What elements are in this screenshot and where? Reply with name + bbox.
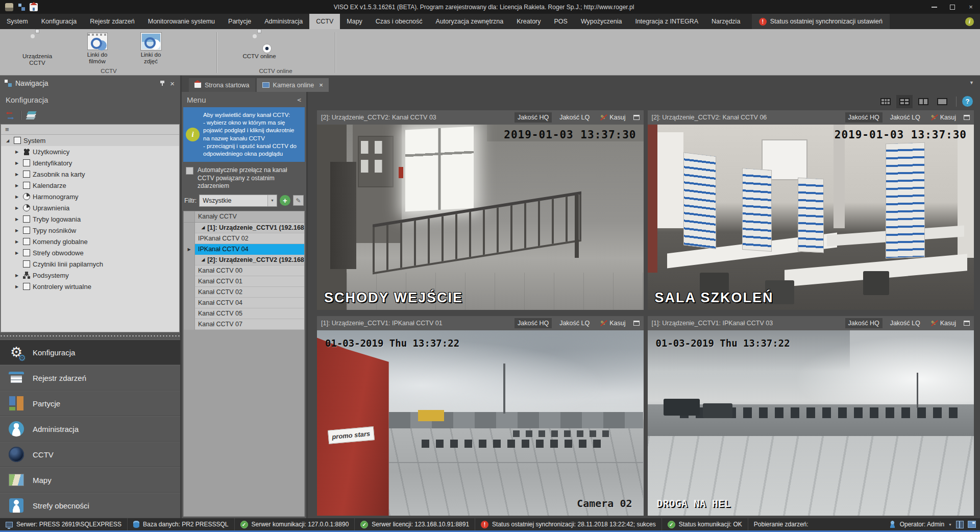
sync-status-notification[interactable]: ! Status ostatniej synchronizacji ustawi…: [752, 14, 890, 29]
collapse-icon[interactable]: ◢: [4, 138, 11, 143]
tab-strona-startowa[interactable]: Strona startowa: [189, 78, 255, 92]
kasuj-button[interactable]: ✎ Kasuj: [928, 318, 959, 328]
sidebar-item-strefy-obecnosci[interactable]: Strefy obecności: [0, 493, 180, 518]
sidebar-item-mapy[interactable]: Mapy: [0, 467, 180, 493]
menu-item-partycje[interactable]: Partycje: [222, 14, 258, 29]
close-panel-icon[interactable]: ×: [169, 80, 176, 87]
expand-icon[interactable]: ▶: [13, 228, 20, 233]
menu-item-wypozyczenia[interactable]: Wypożyczenia: [574, 14, 628, 29]
close-button[interactable]: ×: [962, 0, 980, 14]
quality-lq-button[interactable]: Jakość LQ: [556, 112, 593, 123]
close-tab-icon[interactable]: ×: [319, 81, 323, 89]
tree-item-typy-nosnikow[interactable]: ▶ Typy nośników: [1, 225, 179, 236]
expand-icon[interactable]: ▶: [13, 183, 20, 188]
menu-item-czas[interactable]: Czas i obecność: [369, 14, 429, 29]
expand-icon[interactable]: ▶: [13, 284, 20, 289]
tree-item-kalendarze[interactable]: ▶ Kalendarze: [1, 180, 179, 191]
panel-toggle-icon[interactable]: [956, 521, 964, 528]
monitor-toggle-icon[interactable]: [968, 521, 976, 528]
quality-lq-button[interactable]: Jakość LQ: [556, 318, 593, 328]
sidebar-item-partycje[interactable]: Partycje: [0, 391, 180, 416]
channel-row[interactable]: Kanał CCTV 02: [184, 287, 304, 298]
tree-item-tryby-logowania[interactable]: ▶ Tryby logowania: [1, 213, 179, 225]
camera-video-feed[interactable]: 01-03-2019 Thu 13:37:22 DROGA NA HEL: [648, 330, 974, 516]
home-icon[interactable]: [30, 3, 38, 11]
menu-item-integracja[interactable]: Integracja z INTEGRA: [628, 14, 705, 29]
tree-item-czytniki[interactable]: Czytniki linii papilarnych: [1, 258, 179, 270]
hierarchy-icon[interactable]: [17, 3, 26, 11]
channel-row[interactable]: Kanał CCTV 04: [184, 298, 304, 308]
tree-item-komendy-globalne[interactable]: ▶ Komendy globalne: [1, 236, 179, 247]
tree-grip-row[interactable]: ≡: [1, 125, 179, 135]
camera-video-feed[interactable]: 2019-01-03 13:37:30 SCHODY WEJŚCIE: [317, 125, 644, 310]
expand-icon[interactable]: ▶: [13, 150, 20, 154]
tree-item-strefy-obwodowe[interactable]: ▶ Strefy obwodowe: [1, 247, 179, 258]
urzadzenia-cctv-button[interactable]: Urządzenia CCTV: [4, 31, 70, 66]
camera-video-feed[interactable]: promo stars 01-03-2019 Thu 13:37:22 Came…: [317, 330, 644, 516]
menu-item-autoryzacja[interactable]: Autoryzacja zewnętrzna: [429, 14, 510, 29]
sidebar-item-rejestr-zdarzen[interactable]: Rejestr zdarzeń: [0, 365, 180, 391]
kasuj-button[interactable]: ✎ Kasuj: [928, 112, 959, 123]
tree-item-harmonogramy[interactable]: ▶ Harmonogramy: [1, 191, 179, 202]
viewer-help-button[interactable]: ?: [962, 96, 973, 107]
group-expanded-icon[interactable]: ◢: [202, 257, 205, 262]
sidebar-item-cctv[interactable]: CCTV: [0, 442, 180, 467]
expand-icon[interactable]: ▶: [13, 273, 20, 278]
channel-row-selected[interactable]: ▶ IPKanał CCTV 04: [184, 244, 304, 255]
layout-two-button[interactable]: [915, 95, 932, 108]
expand-icon[interactable]: ▶: [13, 161, 20, 165]
layout-single-button[interactable]: [934, 95, 950, 108]
expand-icon[interactable]: ▶: [13, 206, 20, 210]
kasuj-button[interactable]: ✎ Kasuj: [597, 112, 628, 123]
menu-item-rejestr-zdarzen[interactable]: Rejestr zdarzeń: [83, 14, 141, 29]
kasuj-button[interactable]: ✎ Kasuj: [597, 318, 628, 328]
panel-splitter[interactable]: [0, 332, 180, 340]
tab-list-caret-icon[interactable]: ▼: [969, 80, 974, 85]
layers-icon[interactable]: [28, 111, 37, 119]
menu-item-administracja[interactable]: Administracja: [258, 14, 309, 29]
channel-group-row[interactable]: ◢[1]: Urządzenie_CCTV1 (192.168.10.: [184, 223, 304, 233]
expand-icon[interactable]: ▶: [13, 217, 20, 222]
quality-hq-button[interactable]: Jakość HQ: [845, 318, 883, 328]
operator-label[interactable]: Operator: Admin: [900, 521, 944, 528]
layout-multi-button[interactable]: [877, 95, 894, 108]
channel-row[interactable]: IPKanał CCTV 02: [184, 233, 304, 244]
tree-item-uprawnienia[interactable]: ▶ Uprawnienia: [1, 202, 179, 213]
expand-icon[interactable]: ▶: [13, 239, 20, 244]
maximize-view-icon[interactable]: [633, 115, 640, 120]
menu-item-system[interactable]: System: [0, 14, 35, 29]
refresh-icon[interactable]: [6, 111, 15, 119]
linki-do-zdjec-button[interactable]: Linki do zdjęć: [124, 31, 178, 65]
tree-item-podsystemy[interactable]: ▶ Podsystemy: [1, 270, 179, 281]
collapse-panel-icon[interactable]: <: [297, 96, 301, 104]
quality-lq-button[interactable]: Jakość LQ: [887, 318, 923, 328]
maximize-view-icon[interactable]: [964, 321, 970, 326]
group-expanded-icon[interactable]: ◢: [202, 225, 205, 230]
tree-item-identyfikatory[interactable]: ▶ Identyfikatory: [1, 157, 179, 168]
expand-icon[interactable]: ▶: [13, 195, 20, 199]
channel-row[interactable]: Kanał CCTV 07: [184, 319, 304, 330]
menu-item-konfiguracja[interactable]: Konfiguracja: [35, 14, 84, 29]
tree-item-zasobnik[interactable]: ▶ Zasobnik na karty: [1, 168, 179, 180]
tab-kamera-online[interactable]: Kamera online ×: [257, 78, 329, 92]
expand-icon[interactable]: ▶: [13, 172, 20, 177]
auto-switch-checkbox[interactable]: [186, 167, 193, 175]
cctv-online-button[interactable]: CCTV online: [221, 31, 298, 60]
operator-icon[interactable]: [5, 3, 13, 11]
quality-hq-button[interactable]: Jakość HQ: [514, 112, 552, 123]
quality-lq-button[interactable]: Jakość LQ: [887, 112, 923, 123]
layout-quad-button[interactable]: [896, 95, 913, 108]
quality-hq-button[interactable]: Jakość HQ: [514, 318, 552, 328]
expand-icon[interactable]: ▶: [13, 251, 20, 255]
add-filter-button[interactable]: +: [280, 195, 290, 206]
operator-caret-icon[interactable]: ▼: [948, 523, 952, 526]
menu-item-mapy[interactable]: Mapy: [340, 14, 369, 29]
linki-do-filmow-button[interactable]: Linki do filmów: [70, 31, 124, 65]
maximize-view-icon[interactable]: [633, 321, 640, 326]
channel-group-row[interactable]: ◢[2]: Urządzenie_CCTV2 (192.168.10.: [184, 255, 304, 265]
channel-row[interactable]: Kanał CCTV 01: [184, 276, 304, 287]
quality-hq-button[interactable]: Jakość HQ: [845, 112, 883, 123]
camera-video-feed[interactable]: 2019-01-03 13:37:30 SALA SZKOLEŃ: [648, 125, 974, 310]
tree-item-system[interactable]: ◢ System: [1, 135, 179, 146]
tree-item-uzytkownicy[interactable]: ▶ Użytkownicy: [1, 146, 179, 157]
